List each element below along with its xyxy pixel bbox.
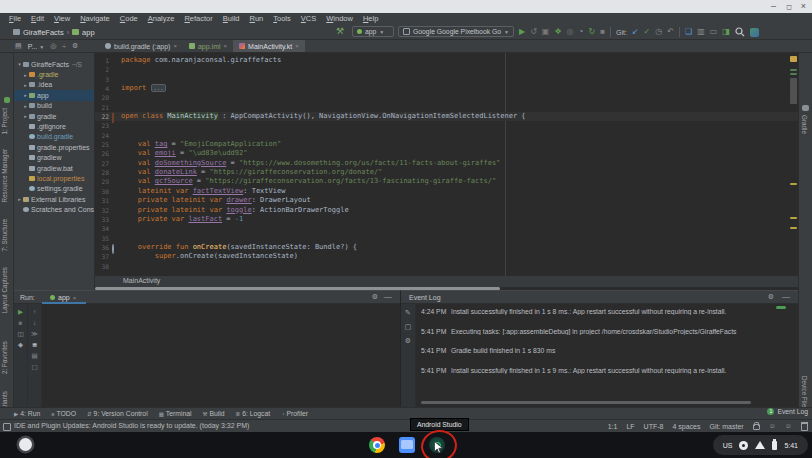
device-manager-icon[interactable]: ▭ — [710, 24, 718, 40]
apply-changes-restart-icon[interactable]: ↺ — [530, 24, 537, 40]
menu-view[interactable]: View — [49, 13, 75, 24]
tree-item-build[interactable]: ▸build — [14, 101, 94, 111]
soft-wrap-icon[interactable]: ≫ — [31, 330, 38, 337]
code-editor[interactable]: 1package com.naranjaconsal.giraffefacts2… — [95, 53, 798, 276]
tree-item--gradle[interactable]: ▸.gradle — [14, 69, 94, 79]
event-log-hscrollbar[interactable] — [421, 401, 751, 404]
search-everywhere-icon[interactable] — [735, 27, 745, 37]
stripe-item-7-structure[interactable]: 7: Structure — [1, 219, 8, 252]
whats-new-icon[interactable] — [750, 28, 759, 37]
tree-item-local-properties[interactable]: local.properties — [14, 173, 94, 183]
tree-item-external-libraries[interactable]: ▸External Libraries — [14, 194, 94, 204]
close-icon[interactable]: × — [295, 43, 299, 49]
history-icon[interactable]: ◷ — [655, 24, 662, 40]
expand-arrow[interactable]: ▸ — [22, 113, 29, 119]
status-message[interactable]: IDE and Plugin Updates: Android Studio i… — [14, 422, 249, 429]
apply-changes-icon[interactable]: ↻ — [588, 24, 595, 40]
layout-inspector-icon[interactable]: ▥ — [697, 24, 705, 40]
menu-refactor[interactable]: Refactor — [179, 13, 217, 24]
stripe-item-gradle[interactable]: Gradle — [801, 115, 808, 134]
code-line-20[interactable]: 20 — [95, 93, 798, 102]
event-log-entry[interactable]: 5:41 PMGradle build finished in 1 s 830 … — [421, 347, 794, 354]
line-separator-widget[interactable]: LF — [626, 423, 634, 430]
files-app-icon[interactable] — [399, 437, 415, 453]
code-line-1[interactable]: 1package com.naranjaconsal.giraffefacts — [95, 56, 798, 65]
stripe-item-resource-manager[interactable]: Resource Manager — [1, 149, 8, 203]
clear-icon[interactable]: ▢ — [405, 323, 412, 330]
lock-icon[interactable] — [753, 424, 760, 430]
expand-arrow[interactable]: ▾ — [16, 61, 23, 67]
project-view-selector[interactable]: P... ▼ — [28, 43, 45, 50]
menu-edit[interactable]: Edit — [26, 13, 49, 24]
code-line-32[interactable]: 32 private lateinit var toggle: ActionBa… — [95, 206, 798, 215]
window-minimize-button[interactable]: – — [771, 0, 776, 13]
error-stripe[interactable] — [789, 53, 798, 276]
breadcrumb-class[interactable]: MainActivity — [123, 277, 160, 284]
system-tray[interactable]: US 5:41 — [713, 435, 808, 455]
code-line-4[interactable]: 4import ... — [95, 84, 798, 93]
tab-app-iml[interactable]: app.iml× — [183, 40, 233, 52]
code-line-24[interactable]: 24 — [95, 131, 798, 140]
tree-item-giraffefacts[interactable]: ▾GiraffeFacts~/S — [14, 59, 94, 69]
menu-tools[interactable]: Tools — [268, 13, 296, 24]
window-close-button[interactable]: × — [801, 0, 806, 13]
tree-item--idea[interactable]: ▸.idea — [14, 80, 94, 90]
git-branch-widget[interactable]: Git: master — [709, 423, 743, 430]
chrome-icon[interactable] — [369, 437, 385, 453]
attach-debugger-icon[interactable]: ◎ — [567, 24, 574, 40]
tree-item-app[interactable]: ▸app — [14, 90, 94, 100]
tool-window-button-9-version-control[interactable]: ⇵9: Version Control — [87, 410, 148, 417]
scrollbar-thumb[interactable] — [790, 78, 797, 104]
rerun-icon[interactable]: ▶ — [18, 308, 23, 315]
code-line-34[interactable]: 34 — [95, 224, 798, 233]
stripe-item-2-favorites[interactable]: 2: Favorites — [1, 341, 8, 374]
settings-wrench-icon[interactable]: ⚙ — [405, 337, 411, 344]
code-line-36[interactable]: 36 override fun onCreate(savedInstanceSt… — [95, 243, 798, 252]
encoding-widget[interactable]: UTF-8 — [644, 423, 664, 430]
close-icon[interactable]: × — [73, 295, 77, 301]
tool-window-button-4-run[interactable]: ▶4: Run — [14, 410, 40, 417]
update-project-icon[interactable]: ↙ — [632, 24, 639, 40]
pin-tab-icon[interactable]: ◆ — [18, 341, 23, 348]
code-line-27[interactable]: 27 val doSomethingSource = "https://www.… — [95, 159, 798, 168]
feedback-smiley-icon[interactable]: ☺ — [785, 420, 792, 432]
expand-arrow[interactable]: ▸ — [22, 92, 29, 98]
stripe-item-1-project[interactable]: 1: Project — [1, 108, 8, 135]
tool-window-button-6-logcat[interactable]: ≣6: Logcat — [236, 410, 271, 417]
tree-item-build-gradle[interactable]: build.gradle — [14, 132, 94, 142]
locate-file-icon[interactable]: ◎ — [50, 42, 56, 50]
menu-analyze[interactable]: Analyze — [143, 13, 180, 24]
tool-window-button-event-log[interactable]: 1 Event Log — [767, 408, 808, 415]
collapse-all-icon[interactable]: ÷ — [62, 43, 66, 50]
menu-help[interactable]: Help — [358, 13, 383, 24]
build-hammer-icon[interactable]: ⚒ — [336, 26, 344, 36]
code-line-33[interactable]: 33 private var lastFact = -1 — [95, 215, 798, 224]
commit-icon[interactable]: ✓ — [644, 24, 651, 40]
tree-item--gitignore[interactable]: .gitignore — [14, 121, 94, 131]
window-restore-button[interactable]: ◻ — [786, 0, 792, 13]
breadcrumb-project[interactable]: GiraffeFacts — [23, 28, 64, 37]
tree-item-settings-gradle[interactable]: settings.gradle — [14, 184, 94, 194]
tree-item-scratches-and-consoles[interactable]: Scratches and Consoles — [14, 204, 94, 214]
toggle-tool-windows-icon[interactable] — [3, 423, 11, 431]
code-line-37[interactable]: 37 super.onCreate(savedInstanceState) — [95, 252, 798, 261]
run-icon[interactable]: ▶ — [519, 24, 525, 40]
code-line-26[interactable]: 26 val emoji = "\ud83e\udd92" — [95, 149, 798, 158]
profiler-icon[interactable]: ◔ — [579, 24, 584, 40]
scroll-to-end-icon[interactable]: ≣ — [32, 341, 37, 348]
caret-position-widget[interactable]: 1:1 — [608, 423, 618, 430]
mark-read-icon[interactable]: ✎ — [405, 309, 411, 316]
code-line-23[interactable]: 23 — [95, 121, 798, 130]
code-line-30[interactable]: 30 lateinit var factTextView: TextView — [95, 187, 798, 196]
stop-icon[interactable]: ■ — [19, 319, 23, 326]
menu-vcs[interactable]: VCS — [296, 13, 321, 24]
code-line-3[interactable]: 3 — [95, 75, 798, 84]
close-icon[interactable]: × — [173, 43, 177, 49]
hide-panel-icon[interactable]: — — [782, 292, 790, 301]
event-log-entry[interactable]: 4:24 PMInstall successfully finished in … — [421, 308, 794, 315]
highlighting-level-icon[interactable]: ☺ — [769, 420, 776, 432]
restore-layout-icon[interactable]: ◫ — [17, 330, 23, 337]
tab-build-gradle-app-[interactable]: build.gradle (:app)× — [99, 40, 183, 52]
tool-window-button-todo[interactable]: ≡TODO — [51, 410, 76, 417]
launcher-button[interactable] — [19, 438, 32, 451]
